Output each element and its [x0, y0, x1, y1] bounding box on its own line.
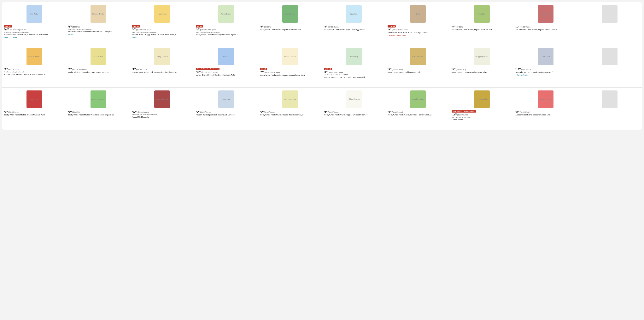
product-cell[interactable]: Ferrero Rocher Save 30% on 1 when you bu… — [450, 88, 514, 130]
low-stock-notice: Low stock – order soon — [388, 35, 406, 37]
product-badge: Save $6.00 on 2 select item(s) — [196, 68, 220, 70]
product-cell[interactable]: Green Beans $350 ($4.67/lb) 365 by Whole… — [258, 2, 322, 45]
join-prime-text: Join Prime to buy this item at $1.61 — [132, 31, 156, 33]
product-cell[interactable]: Diet Coke $1049 ($0.07/Fl Oz) Diet Coke,… — [514, 45, 578, 88]
product-grid: Hint Water 26% off $1399 ($0.07/Fl Oz) $… — [2, 2, 642, 130]
product-variant-link[interactable]: 2 sizes — [68, 34, 73, 36]
product-cell[interactable]: Whipping Cream $339 ($0.21/Fl oz) Amazon… — [450, 45, 514, 88]
product-cell[interactable]: Sharp Cheddar $299 ($0.37/Ounce) Join Pr… — [2, 45, 66, 88]
product-cell[interactable] — [578, 88, 642, 130]
product-cell[interactable]: Salad Kit $529 ($9.15/lb) 365 by Whole F… — [450, 2, 514, 45]
product-price: $399 ($3.99/Count) — [388, 68, 403, 71]
product-cell[interactable]: String Cheese $419 ($0.35/Ounce) Amazon … — [130, 45, 194, 88]
product-image-area: Diet Coke — [516, 47, 576, 66]
product-cell[interactable]: Hint Water 26% off $1399 ($0.07/Fl Oz) $… — [2, 2, 66, 45]
product-title: Lactaid Original Strength Lactose Intole… — [196, 74, 236, 76]
product-cell[interactable]: Marinara $369 ($0.15/Ounce) 365 by Whole… — [2, 88, 66, 130]
product-image: Diet Coke — [538, 48, 554, 65]
product-image-area: Marinara — [4, 89, 64, 109]
product-image — [602, 5, 618, 23]
product-cell[interactable]: Kisses Chocolate $1749 ($0.44/Ounce) Joi… — [130, 88, 194, 130]
product-cell[interactable]: Penne Rigate 6% off $159 ($0.10/Ounce) $… — [194, 2, 258, 45]
product-title: Dave's Killer Bread White Bread Done Rig… — [388, 32, 428, 34]
product-cell[interactable]: Paper Towels $529 ($1.31/100Sheets) 365 … — [66, 45, 130, 88]
product-image: Cream Cheese — [282, 48, 298, 65]
product-cell[interactable]: Mixed Vegetables $349 ($3.49/lb) 365 by … — [66, 88, 130, 130]
product-price: $542 ($0.11/Ounce) — [196, 110, 212, 113]
product-image-area: Penne Rigate — [196, 4, 256, 24]
product-cell[interactable]: Grape Tomatoes $249 ($0.25/Fl Oz) Amazon… — [514, 88, 578, 130]
product-cell[interactable]: Lactaid Save $6.00 on 2 select item(s) $… — [194, 45, 258, 88]
product-price: $399 ($0.25/Ounce) — [324, 25, 340, 28]
product-price: $673 ($2.99/lb) — [68, 25, 80, 28]
product-badge: 15% off — [324, 68, 332, 70]
product-cell[interactable] — [578, 45, 642, 88]
product-image-area: Tomato Paste — [516, 4, 576, 24]
product-cell[interactable]: Egg Whites $399 ($0.25/Ounce) 365 by Who… — [322, 2, 386, 45]
join-prime-text: Join Prime to buy this item at — [452, 116, 472, 118]
product-cell[interactable]: Chicken Thighs $673 ($2.99/lb) Join Prim… — [66, 2, 130, 45]
product-cell[interactable]: Cream Cheese 6% off $299 ($0.37/Ounce) $… — [258, 45, 322, 88]
product-image: Sharp Cheddar — [26, 48, 42, 65]
product-variant-link[interactable]: 3 flavors, 4 sizes — [516, 74, 528, 76]
product-badge: 6% off — [260, 68, 267, 70]
join-prime-text: Join Prime to buy this item at — [4, 71, 24, 73]
product-image-area: Chicken Thighs — [68, 4, 128, 24]
product-cell[interactable]: Hand Soap 15% off $849 ($0.26/Fl Oz) $9.… — [322, 45, 386, 88]
product-cell[interactable]: Romaine Hearts $499 ($0.42/ounce) 365 by… — [386, 88, 450, 130]
product-title: Just Bare® All Natural Fresh Chicken Thi… — [68, 31, 114, 33]
product-image: Mixed Vegetables — [90, 90, 106, 108]
product-image-area: Egg Whites — [324, 4, 384, 24]
product-price: $1049 ($0.07/Fl Oz) — [516, 68, 532, 71]
product-price: $1849 ($0.15/Count) $21.40 — [196, 71, 218, 73]
product-image: Green Beans — [282, 5, 298, 23]
product-cell[interactable]: Apple Juice 25% off $179 ($1.79/count) $… — [130, 2, 194, 45]
product-image: Epsom Salt — [218, 90, 234, 108]
product-cell[interactable]: Taco Seasoning $149 ($1.49/Ounce) 365 by… — [258, 88, 322, 130]
product-image: Grape Tomatoes — [538, 90, 554, 108]
product-image-area: Paper Towels — [68, 47, 128, 66]
product-price: $350 ($4.67/lb) — [260, 25, 272, 28]
product-cell[interactable]: Epsom Salt $542 ($0.11/Ounce) Amazon Bas… — [194, 88, 258, 130]
product-image: Ferrero Rocher — [474, 90, 490, 108]
product-image: Whipping Cream — [474, 48, 490, 65]
product-grid-container: Hint Water 26% off $1399 ($0.07/Fl Oz) $… — [2, 2, 642, 130]
product-title: 365 by Whole Foods Market, Vegetables Mi… — [68, 114, 114, 116]
product-cell[interactable]: Bread 21% off $549 ($0.23/Ounce) $6.99 D… — [386, 2, 450, 45]
product-cell[interactable]: Gold Potatoes $399 ($3.99/Count) Amazon … — [386, 45, 450, 88]
product-title: Amazon Brand – Happy Belly 100% Apple Ju… — [132, 34, 178, 36]
product-image: Marinara — [26, 90, 42, 108]
product-price: $339 ($0.21/Fl oz) — [452, 68, 466, 71]
join-prime-text: Join Prime to buy this item at $3.80 — [68, 29, 92, 30]
product-image: Romaine Hearts — [410, 90, 426, 108]
product-image-area: Sharp Cheddar — [4, 47, 64, 66]
product-variant-link[interactable]: 2 flavors — [132, 36, 138, 38]
product-image-area: Mixed Vegetables — [68, 89, 128, 109]
product-image-area: Whipped Cream — [324, 89, 384, 109]
product-title: 365 by Whole Foods Market, Organic Penne… — [196, 34, 238, 36]
product-image: Whipped Cream — [346, 90, 362, 108]
product-image — [602, 48, 618, 65]
product-image-area: Gold Potatoes — [388, 47, 448, 66]
product-image-area: Lactaid — [196, 47, 256, 66]
product-image-area: Whipping Cream — [452, 47, 512, 66]
product-title: 365 by Whole Foods Market Organic Cream … — [260, 74, 305, 77]
product-cell[interactable] — [578, 2, 642, 45]
product-title: Amazon Fresh Brand, Gold Potatoes, 5 Lb — [388, 71, 420, 74]
product-image-area: Epsom Salt — [196, 89, 256, 109]
product-price: $179 ($1.79/count) $2.39 — [132, 28, 152, 31]
product-cell[interactable]: Whipped Cream $369 ($0.53/Ounce) 365 by … — [322, 88, 386, 130]
product-image-area: Kisses Chocolate — [132, 89, 192, 109]
product-title: 365 by Whole Foods Market, Organic Salad… — [452, 29, 492, 31]
product-cell[interactable]: Tomato Paste $119 ($0.20/Ounce) 365 by W… — [514, 2, 578, 45]
product-image-area: Romaine Hearts — [388, 89, 448, 109]
product-title: 365 by Whole Foods Market, Topping Whipp… — [324, 114, 368, 116]
product-price: $299 ($0.37/Ounce) $3.19 — [260, 71, 280, 74]
product-image: Apple Juice — [154, 5, 170, 23]
product-price: $549 ($0.23/Ounce) $6.99 — [388, 28, 408, 31]
product-price: $299 ($0.37/Ounce) — [4, 68, 20, 71]
product-title: 365 by Whole Foods Market, Paper Towels … — [68, 71, 110, 74]
product-price: $529 ($1.31/100Sheets) — [68, 68, 87, 71]
product-title: Kisses Milk Chocolate — [132, 116, 149, 118]
product-variant-link[interactable]: 6 flavors, 2 sizes — [4, 36, 17, 38]
